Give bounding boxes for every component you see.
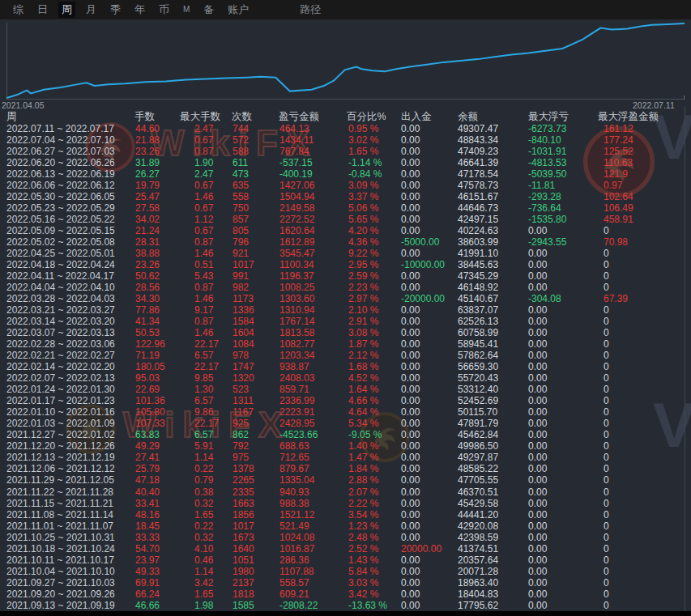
column-header-8[interactable]: 余额 — [458, 111, 478, 123]
table-row[interactable]: 2021.12.27 ~ 2022.01.0263.836.57862-4523… — [0, 429, 691, 440]
cell-balance: 47578.73 — [458, 180, 498, 191]
cell-balance: 41991.10 — [458, 248, 498, 259]
cell-deposit-withdraw: 0.00 — [401, 157, 420, 168]
table-row[interactable]: 2022.04.25 ~ 2022.05.0138.881.469213545.… — [0, 248, 691, 259]
menu-item-1[interactable]: 综 — [10, 2, 27, 18]
menu-item-8[interactable]: M — [180, 2, 193, 18]
cell-max-float-loss: 0.00 — [528, 327, 547, 338]
cell-balance: 46641.39 — [458, 157, 498, 168]
table-row[interactable]: 2022.02.21 ~ 2022.02.2771.196.579781203.… — [0, 350, 691, 361]
table-row[interactable]: 2021.11.08 ~ 2021.11.1448.161.6518561521… — [0, 509, 691, 520]
cell-max-float-profit: 67.39 — [604, 293, 628, 304]
table-row[interactable]: 2022.05.23 ~ 2022.05.2927.580.677502149.… — [0, 202, 691, 214]
cell-max-lots: 1.14 — [194, 566, 213, 577]
cell-week: 2022.04.04 ~ 2022.04.10 — [6, 282, 115, 293]
table-row[interactable]: 2022.05.30 ~ 2022.06.0525.471.465581504.… — [0, 191, 691, 202]
cell-lots: 44.60 — [135, 123, 160, 134]
column-header-4[interactable]: 次数 — [232, 111, 252, 123]
table-row[interactable]: 2022.06.13 ~ 2022.06.1926.272.47473-400.… — [0, 168, 691, 180]
column-header-9[interactable]: 最大浮亏 — [528, 111, 569, 123]
menu-item-6[interactable]: 年 — [131, 2, 148, 18]
table-row[interactable]: 2022.05.09 ~ 2022.05.1521.240.678051620.… — [0, 225, 691, 236]
table-row[interactable]: 2022.02.07 ~ 2022.02.1395.039.8513202408… — [0, 372, 691, 384]
table-row[interactable]: 2022.01.03 ~ 2022.01.09107.3322.17925242… — [0, 418, 691, 429]
menu-item-7[interactable]: 币 — [156, 2, 173, 18]
cell-max-lots: 1.90 — [194, 157, 213, 168]
cell-lots: 107.33 — [135, 418, 165, 429]
cell-lots: 69.91 — [135, 577, 160, 588]
table-row[interactable]: 2021.10.11 ~ 2021.10.1723.970.461051286.… — [0, 554, 691, 566]
menu-item-5[interactable]: 季 — [107, 2, 124, 18]
table-row[interactable]: 2021.10.04 ~ 2021.10.1049.331.1419801107… — [0, 566, 691, 577]
table-row[interactable]: 2022.01.24 ~ 2022.01.3022.691.30523859.7… — [0, 384, 691, 395]
cell-balance: 46151.67 — [458, 191, 498, 202]
cell-deposit-withdraw: 0.00 — [401, 463, 420, 474]
table-row[interactable]: 2021.12.06 ~ 2021.12.1225.790.221378879.… — [0, 463, 691, 474]
menu-item-10[interactable]: 账户 — [224, 2, 252, 18]
table-row[interactable]: 2022.06.06 ~ 2022.06.1219.790.676351427.… — [0, 180, 691, 191]
table-row[interactable]: 2021.12.20 ~ 2021.12.2649.295.91792688.6… — [0, 440, 691, 452]
cell-week: 2022.02.28 ~ 2022.03.06 — [6, 338, 115, 350]
cell-max-float-profit: 0 — [604, 588, 609, 600]
table-row[interactable]: 2022.03.21 ~ 2022.03.2777.869.1713361310… — [0, 304, 691, 316]
column-header-7[interactable]: 出入金 — [401, 111, 432, 123]
table-row[interactable]: 2021.12.13 ~ 2021.12.1927.411.14975712.6… — [0, 452, 691, 463]
cell-times: 921 — [232, 248, 249, 259]
table-row[interactable]: 2021.10.18 ~ 2021.10.2454.704.1016401016… — [0, 543, 691, 554]
column-header-3[interactable]: 最大手数 — [180, 111, 220, 123]
menu-item-path[interactable]: 路径 — [296, 2, 324, 18]
cell-lots: 31.89 — [135, 157, 160, 168]
menu-item-9[interactable]: 备 — [200, 2, 217, 18]
table-row[interactable]: 2022.06.20 ~ 2022.06.2631.891.90611-537.… — [0, 157, 691, 168]
cell-balance: 42497.15 — [458, 214, 498, 225]
column-header-5[interactable]: 盈亏金额 — [279, 111, 319, 123]
table-row[interactable]: 2021.09.20 ~ 2021.09.2666.241.651818609.… — [0, 588, 691, 600]
cell-balance: 42920.08 — [458, 520, 498, 532]
column-header-1[interactable]: 周 — [6, 111, 17, 123]
table-row[interactable]: 2022.06.27 ~ 2022.07.0323.260.87588767.8… — [0, 146, 691, 157]
table-row[interactable]: 2021.10.25 ~ 2021.10.3133.330.3216731024… — [0, 532, 691, 543]
cell-balance: 49297.87 — [458, 452, 498, 463]
menu-item-4[interactable]: 月 — [83, 2, 100, 18]
table-row[interactable]: 2022.02.14 ~ 2022.02.20180.0522.17174793… — [0, 361, 691, 372]
table-row[interactable]: 2022.07.11 ~ 2022.07.1744.602.47744464.1… — [0, 123, 691, 134]
cell-times: 1311 — [232, 395, 254, 406]
table-row[interactable]: 2022.03.28 ~ 2022.04.0334.301.4611731303… — [0, 293, 691, 304]
cell-week: 2021.09.20 ~ 2021.09.26 — [6, 588, 115, 600]
cell-lots: 25.79 — [135, 463, 160, 474]
cell-pnl: 1024.08 — [279, 532, 314, 543]
cell-week: 2022.03.07 ~ 2022.03.13 — [6, 327, 115, 338]
table-row[interactable]: 2022.07.04 ~ 2022.07.1021.880.675721434.… — [0, 134, 691, 146]
table-row[interactable]: 2021.11.01 ~ 2021.11.0718.450.221017521.… — [0, 520, 691, 532]
table-row[interactable]: 2021.11.22 ~ 2021.11.2840.400.382335940.… — [0, 486, 691, 498]
cell-max-float-profit: 0 — [604, 361, 609, 372]
cell-times: 792 — [232, 440, 249, 452]
cell-balance: 44441.20 — [458, 509, 498, 520]
table-row[interactable]: 2021.11.29 ~ 2021.12.0547.180.7922651335… — [0, 474, 691, 486]
cell-lots: 40.40 — [135, 486, 160, 498]
table-row[interactable]: 2022.03.07 ~ 2022.03.1350.531.4616041813… — [0, 327, 691, 338]
column-header-2[interactable]: 手数 — [134, 111, 155, 123]
table-row[interactable]: 2022.02.28 ~ 2022.03.06122.9622.17108410… — [0, 338, 691, 350]
cell-pnl: 1203.34 — [279, 350, 314, 361]
table-row[interactable]: 2022.03.14 ~ 2022.03.2041.340.8715841767… — [0, 316, 691, 327]
menu-item-2[interactable]: 日 — [34, 2, 51, 18]
cell-max-lots: 0.67 — [194, 225, 213, 236]
table-row[interactable]: 2022.04.18 ~ 2022.04.2423.260.5110171100… — [0, 259, 691, 270]
table-row[interactable]: 2022.01.17 ~ 2022.01.23101.366.571311233… — [0, 395, 691, 406]
table-row[interactable]: 2021.11.15 ~ 2021.11.2133.410.321663988.… — [0, 498, 691, 509]
table-row[interactable]: 2022.04.11 ~ 2022.04.1750.625.439911196.… — [0, 270, 691, 282]
table-row[interactable]: 2022.01.10 ~ 2022.01.16105.809.861167222… — [0, 406, 691, 418]
menu-item-3[interactable]: 周 — [58, 2, 75, 18]
table-row[interactable]: 2022.05.02 ~ 2022.05.0828.310.877961612.… — [0, 236, 691, 248]
cell-lots: 41.34 — [135, 316, 160, 327]
table-row[interactable]: 2021.09.13 ~ 2021.09.1946.661.981585-280… — [0, 600, 691, 611]
column-header-6[interactable]: 百分比% — [347, 111, 386, 123]
table-row[interactable]: 2022.04.04 ~ 2022.04.1028.560.879821008.… — [0, 282, 691, 293]
column-header-10[interactable]: 最大浮盈金额 — [598, 111, 659, 123]
table-row[interactable]: 2021.09.27 ~ 2021.10.0369.913.422137558.… — [0, 577, 691, 588]
cell-pnl: 2428.95 — [279, 418, 314, 429]
cell-pnl: 2336.99 — [279, 395, 314, 406]
table-row[interactable]: 2022.05.16 ~ 2022.05.2234.021.128572272.… — [0, 214, 691, 225]
cell-pnl: 2149.58 — [279, 202, 314, 214]
